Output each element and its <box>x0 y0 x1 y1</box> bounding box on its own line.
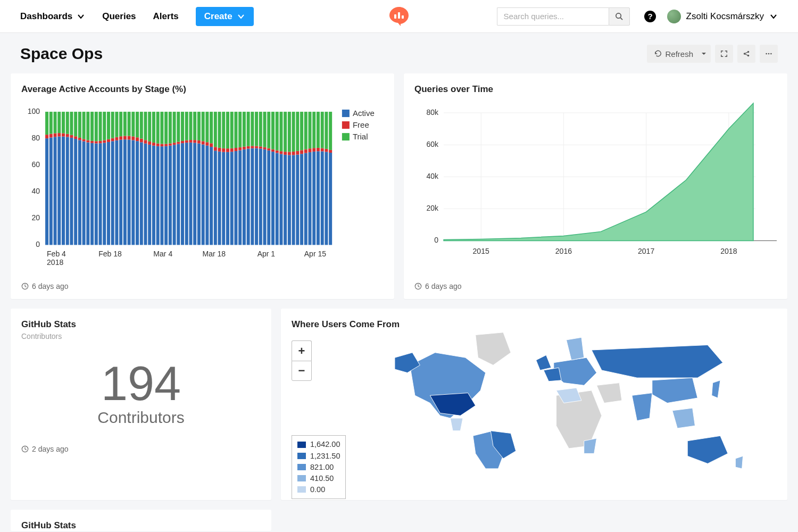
refresh-button[interactable]: Refresh <box>647 45 701 63</box>
svg-rect-94 <box>144 140 147 143</box>
svg-rect-221 <box>317 112 320 148</box>
svg-rect-63 <box>103 143 106 245</box>
stacked-bar-chart[interactable]: 100 80 60 40 20 0 Feb 4 2018 Feb 18 Mar … <box>21 97 384 272</box>
fullscreen-icon <box>720 50 728 57</box>
svg-rect-220 <box>317 148 320 151</box>
chevron-down-icon <box>237 12 245 21</box>
refresh-dropdown[interactable] <box>697 45 711 63</box>
svg-rect-238 <box>342 110 350 117</box>
zoom-out-button[interactable]: − <box>292 361 312 381</box>
row1: Average Active Accounts by Stage (%) 100… <box>0 73 798 299</box>
svg-rect-184 <box>267 148 270 151</box>
search-input[interactable] <box>497 7 609 26</box>
svg-rect-66 <box>107 142 110 245</box>
legend-row: 821.00 <box>297 462 340 473</box>
svg-rect-104 <box>156 112 160 144</box>
user-menu[interactable]: Zsolti Kocsmárszky <box>667 10 778 23</box>
svg-rect-172 <box>251 146 254 148</box>
nav-queries[interactable]: Queries <box>102 11 136 22</box>
svg-rect-125 <box>185 112 188 140</box>
svg-text:Apr 1: Apr 1 <box>257 250 276 258</box>
svg-rect-103 <box>156 144 160 146</box>
svg-text:80: 80 <box>31 134 40 142</box>
svg-rect-165 <box>243 149 246 245</box>
svg-rect-43 <box>74 136 77 139</box>
svg-rect-60 <box>98 143 102 245</box>
svg-rect-93 <box>144 144 147 245</box>
svg-rect-74 <box>115 112 118 137</box>
svg-rect-176 <box>255 112 258 146</box>
svg-rect-120 <box>181 143 184 245</box>
nav-alerts[interactable]: Alerts <box>153 11 179 22</box>
svg-rect-194 <box>279 112 282 151</box>
svg-rect-113 <box>169 112 172 144</box>
svg-rect-81 <box>128 139 131 245</box>
zoom-in-button[interactable]: + <box>292 340 312 361</box>
svg-line-11 <box>745 54 747 55</box>
svg-rect-196 <box>284 152 287 155</box>
svg-rect-159 <box>234 151 237 245</box>
svg-rect-178 <box>259 146 262 148</box>
caret-down-icon <box>701 51 706 56</box>
svg-text:Apr 15: Apr 15 <box>304 250 326 258</box>
svg-rect-155 <box>226 112 229 148</box>
create-button-label: Create <box>204 11 232 22</box>
updated-label: 2 days ago <box>32 445 69 453</box>
clock-icon <box>21 282 29 290</box>
svg-rect-41 <box>70 112 73 135</box>
svg-rect-136 <box>202 141 205 144</box>
svg-rect-143 <box>210 112 213 143</box>
svg-point-3 <box>616 13 621 18</box>
svg-rect-209 <box>300 112 303 150</box>
svg-rect-24 <box>49 138 53 245</box>
help-icon[interactable]: ? <box>644 10 656 23</box>
svg-rect-40 <box>70 135 73 138</box>
fullscreen-button[interactable] <box>715 45 733 63</box>
area-chart[interactable]: 80k 60k 40k 20k 0 2015 2016 2017 2018 <box>414 97 777 272</box>
legend-row: 0.00 <box>297 484 340 495</box>
svg-rect-224 <box>321 112 324 148</box>
svg-rect-112 <box>169 144 172 146</box>
page-title: Space Ops <box>20 45 103 63</box>
svg-rect-124 <box>185 140 188 143</box>
svg-rect-133 <box>197 140 201 144</box>
svg-rect-22 <box>45 135 48 138</box>
share-button[interactable] <box>737 45 755 63</box>
svg-rect-205 <box>296 151 299 155</box>
svg-rect-204 <box>296 155 299 245</box>
svg-rect-138 <box>205 146 209 245</box>
nav-dashboards[interactable]: Dashboards <box>20 11 85 22</box>
svg-rect-56 <box>90 112 94 141</box>
svg-rect-90 <box>140 142 143 245</box>
svg-text:?: ? <box>647 12 652 21</box>
svg-rect-97 <box>148 142 151 145</box>
svg-rect-111 <box>169 146 172 245</box>
svg-rect-151 <box>222 148 225 152</box>
create-button[interactable]: Create <box>196 7 254 26</box>
svg-text:20k: 20k <box>426 204 439 212</box>
map-legend: 1,642.00 1,231.50 821.00 410.50 0.00 <box>292 435 346 498</box>
card-subtitle: Contributors <box>21 332 261 340</box>
svg-rect-175 <box>255 146 258 148</box>
svg-rect-161 <box>234 112 237 148</box>
svg-rect-156 <box>230 152 234 245</box>
svg-rect-75 <box>119 140 122 245</box>
refresh-label: Refresh <box>665 49 693 59</box>
svg-rect-148 <box>218 148 221 152</box>
svg-rect-114 <box>173 145 176 245</box>
svg-rect-200 <box>288 112 291 152</box>
svg-rect-88 <box>136 137 139 141</box>
more-button[interactable] <box>760 45 778 63</box>
svg-rect-77 <box>119 112 122 136</box>
card-stacked-accounts: Average Active Accounts by Stage (%) 100… <box>11 73 394 299</box>
svg-rect-82 <box>128 136 131 139</box>
svg-rect-65 <box>103 112 106 140</box>
svg-text:40: 40 <box>31 187 40 195</box>
search-button[interactable] <box>609 7 630 26</box>
svg-rect-157 <box>230 148 234 152</box>
svg-rect-42 <box>74 139 77 245</box>
world-map[interactable] <box>385 330 778 471</box>
row2: GitHub Stats Contributors 194 Contributo… <box>0 309 798 500</box>
svg-rect-91 <box>140 139 143 143</box>
svg-rect-27 <box>54 137 57 245</box>
